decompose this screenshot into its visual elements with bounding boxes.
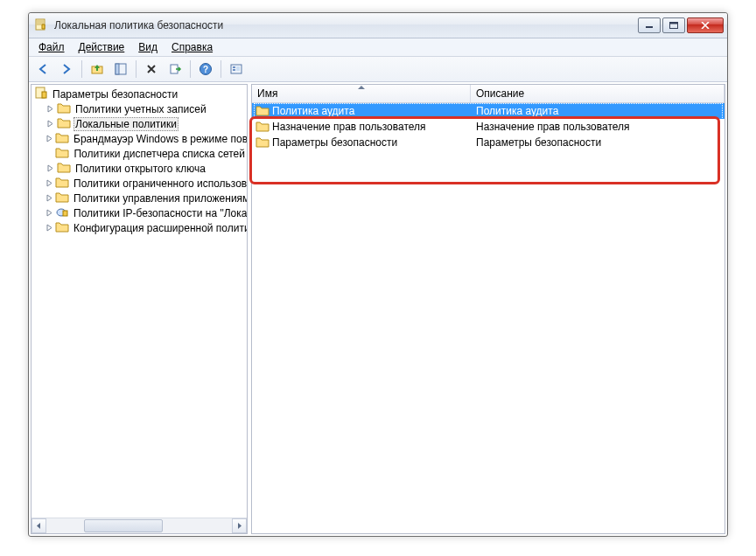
folder-icon [55, 191, 69, 205]
client-area: Параметры безопасности Политики учетных … [29, 82, 727, 536]
svg-rect-17 [63, 211, 67, 216]
tree-item-app-control[interactable]: Политики управления приложениями [32, 191, 247, 205]
toolbar-separator [190, 60, 191, 78]
tree-pane: Параметры безопасности Политики учетных … [31, 84, 248, 534]
tree-label: Политики открытого ключа [74, 163, 207, 175]
toolbar-separator [81, 60, 82, 78]
back-button[interactable] [32, 58, 54, 80]
cell-desc: Назначение прав пользователя [471, 121, 724, 133]
expander-icon[interactable] [46, 223, 53, 233]
toolbar: ? [29, 57, 727, 82]
tree-item-public-key[interactable]: Политики открытого ключа [32, 161, 247, 176]
menu-action[interactable]: Действие [73, 40, 131, 54]
cell-name: Политика аудита [272, 105, 354, 117]
menu-view[interactable]: Вид [132, 40, 164, 54]
column-header-description[interactable]: Описание [471, 85, 724, 102]
ipsec-icon [55, 205, 69, 220]
toolbar-separator [136, 60, 136, 78]
scroll-thumb[interactable] [84, 519, 163, 532]
expander-icon[interactable] [46, 134, 53, 143]
tree-item-firewall[interactable]: Брандмауэр Windows в режиме повышенной б… [32, 131, 247, 146]
list-row[interactable]: Параметры безопасности Параметры безопас… [252, 135, 724, 150]
list-row[interactable]: Назначение прав пользователя Назначение … [252, 119, 724, 135]
toolbar-separator [220, 60, 221, 78]
window-title: Локальная политика безопасности [54, 19, 638, 31]
menu-bar: Файл Действие Вид Справка [29, 38, 727, 57]
tree-item-account-policies[interactable]: Политики учетных записей [32, 101, 247, 116]
tree-label: Локальные политики [74, 117, 178, 131]
tree-body[interactable]: Параметры безопасности Политики учетных … [32, 85, 247, 518]
column-label: Описание [476, 87, 524, 100]
maximize-button[interactable] [662, 17, 685, 33]
forward-button[interactable] [55, 58, 78, 80]
folder-icon [55, 220, 69, 235]
tree-label: Политики IP-безопасности на "Локальный к… [72, 207, 247, 219]
folder-icon [55, 146, 69, 161]
title-bar[interactable]: Локальная политика безопасности [29, 13, 727, 38]
scroll-left-button[interactable] [32, 518, 46, 533]
tree-item-advanced-audit[interactable]: Конфигурация расширенной политики аудита [32, 220, 247, 235]
tree-item-ip-security[interactable]: Политики IP-безопасности на "Локальный к… [32, 205, 247, 220]
menu-help[interactable]: Справка [165, 40, 219, 54]
list-pane: Имя Описание Политика аудита Политика ау… [251, 84, 725, 534]
column-header-name[interactable]: Имя [252, 85, 471, 102]
window-controls [638, 17, 724, 33]
expander-icon[interactable] [46, 178, 53, 188]
svg-text:?: ? [203, 65, 208, 74]
expander-icon[interactable] [46, 163, 55, 173]
list-column-headers: Имя Описание [252, 85, 724, 103]
expander-icon[interactable] [46, 119, 55, 129]
show-hide-tree-button[interactable] [109, 58, 132, 80]
svg-rect-6 [116, 64, 119, 74]
folder-icon [57, 101, 71, 116]
tree-item-local-policies[interactable]: Локальные политики [32, 116, 247, 131]
extended-view-button[interactable] [225, 58, 248, 80]
tree-item-network-list[interactable]: Политики диспетчера списка сетей [32, 146, 247, 161]
sort-asc-icon [358, 86, 365, 89]
folder-icon [256, 136, 270, 150]
cell-name: Параметры безопасности [272, 136, 397, 149]
minimize-button[interactable] [638, 17, 661, 33]
cell-desc: Политика аудита [471, 105, 724, 117]
list-row[interactable]: Политика аудита Политика аудита [252, 103, 724, 119]
tree-horizontal-scrollbar[interactable] [32, 518, 247, 533]
folder-icon [55, 131, 69, 146]
delete-button[interactable] [140, 58, 163, 80]
folder-icon [256, 120, 270, 135]
expander-icon[interactable] [46, 104, 55, 114]
security-settings-icon [34, 86, 48, 102]
list-body[interactable]: Политика аудита Политика аудита Назначен… [252, 103, 724, 533]
scroll-right-button[interactable] [232, 518, 247, 533]
close-button[interactable] [687, 17, 724, 33]
tree-label: Брандмауэр Windows в режиме повышенной б… [72, 133, 247, 145]
folder-icon [55, 176, 69, 191]
export-button[interactable] [164, 58, 186, 80]
tree-label: Конфигурация расширенной политики аудита [72, 222, 247, 234]
svg-rect-12 [233, 69, 235, 71]
tree-label: Политики ограниченного использования про… [72, 177, 247, 190]
folder-icon [256, 104, 270, 119]
app-window: Локальная политика безопасности Файл Дей… [28, 12, 728, 537]
tree-label: Политики управления приложениями [72, 192, 247, 205]
spacer [46, 149, 53, 158]
tree-root[interactable]: Параметры безопасности [32, 87, 247, 101]
column-label: Имя [257, 87, 277, 100]
svg-rect-11 [233, 66, 235, 68]
svg-rect-13 [236, 66, 240, 71]
help-button[interactable]: ? [194, 58, 217, 80]
menu-file[interactable]: Файл [32, 40, 71, 54]
expander-icon[interactable] [46, 208, 53, 218]
svg-rect-3 [670, 23, 678, 24]
folder-icon [57, 116, 71, 131]
tree-label: Политики учетных записей [74, 103, 208, 115]
app-icon [34, 17, 48, 34]
svg-rect-15 [42, 92, 46, 98]
expander-icon[interactable] [46, 193, 53, 203]
cell-name: Назначение прав пользователя [272, 121, 426, 133]
tree-label: Политики диспетчера списка сетей [72, 148, 247, 160]
tree-item-software-restriction[interactable]: Политики ограниченного использования про… [32, 176, 247, 191]
cell-desc: Параметры безопасности [471, 136, 724, 149]
tree-label: Параметры безопасности [51, 88, 179, 101]
folder-icon [57, 161, 71, 176]
up-folder-button[interactable] [86, 58, 108, 80]
